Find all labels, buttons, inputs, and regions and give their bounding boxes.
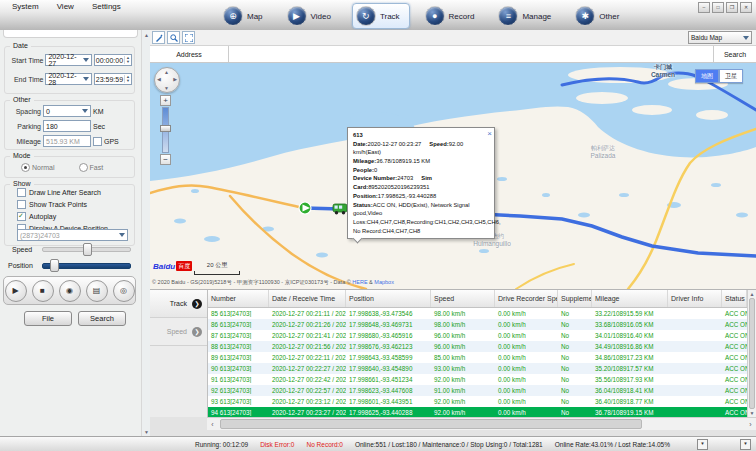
- playback-button[interactable]: ▤: [86, 280, 108, 302]
- start-time-spinner[interactable]: 00:00:00▲▼: [94, 54, 132, 66]
- toolbar-button[interactable]: ⊕ Map: [220, 4, 272, 28]
- show-option-checkbox[interactable]: Draw Line After Search: [17, 188, 134, 197]
- scrollbar-thumb[interactable]: [749, 298, 755, 409]
- menu-item[interactable]: Settings: [84, 1, 129, 12]
- scroll-left-icon[interactable]: ‹: [207, 421, 218, 428]
- pan-left-icon[interactable]: ◀: [157, 76, 161, 82]
- gps-checkbox[interactable]: [93, 137, 102, 146]
- table-vertical-scrollbar[interactable]: ▲ ▼: [747, 290, 756, 417]
- zoom-slider-thumb[interactable]: [160, 125, 171, 132]
- mode-normal-radio[interactable]: [21, 163, 30, 172]
- mode-fast-radio[interactable]: [79, 163, 88, 172]
- pan-up-icon[interactable]: ▲: [164, 69, 169, 75]
- status-item: Disk Error:0: [260, 441, 294, 448]
- playback-button[interactable]: ■: [32, 280, 54, 302]
- table-row[interactable]: 88 613[24703]2020-12-27 00:21:56 / 20217…: [208, 341, 747, 352]
- map-pan-control[interactable]: ▲ ▼ ◀ ▶: [154, 67, 180, 93]
- position-slider-thumb[interactable]: [50, 259, 59, 272]
- table-row[interactable]: 91 613[24703]2020-12-27 00:22:42 / 20217…: [208, 374, 747, 385]
- map-view[interactable]: ▲ ▼ ◀ ▶ + − 地图 卫星 卡门城Carmen 帕利萨达Palizada: [150, 63, 756, 289]
- window-control-icon[interactable]: –: [698, 2, 710, 13]
- table-row[interactable]: 87 613[24703]2020-12-27 00:21:41 / 20217…: [208, 330, 747, 341]
- table-column-header[interactable]: Position: [346, 290, 431, 307]
- table-horizontal-scrollbar[interactable]: ‹ ›: [207, 417, 756, 430]
- mode-group: Mode Normal Fast: [4, 156, 135, 178]
- zoom-in-button[interactable]: +: [160, 95, 171, 106]
- spacing-select[interactable]: 0: [43, 105, 91, 117]
- map-provider-select[interactable]: Baidu Map: [688, 31, 752, 44]
- table-column-header[interactable]: Supplement: [558, 290, 592, 307]
- popup-line: People:0: [353, 166, 489, 175]
- address-search-button[interactable]: Search: [713, 46, 756, 62]
- zoom-out-button[interactable]: −: [160, 154, 171, 165]
- end-time-spinner[interactable]: 23:59:59▲▼: [94, 73, 132, 85]
- tab-speed[interactable]: Speed ❯: [150, 318, 207, 346]
- toolbar-button[interactable]: ✱ Other: [572, 4, 628, 28]
- table-column-header[interactable]: Mileage: [592, 290, 668, 307]
- toolbar-button[interactable]: ● Record: [422, 4, 484, 28]
- spinner-arrows-icon[interactable]: ▲▼: [124, 56, 131, 64]
- table-row[interactable]: 92 613[24703]2020-12-27 00:22:57 / 20217…: [208, 385, 747, 396]
- file-button[interactable]: File: [24, 311, 72, 326]
- mileage-input[interactable]: 515.93 KM: [43, 135, 91, 147]
- full-extent-icon[interactable]: [182, 31, 195, 44]
- scroll-down-icon[interactable]: ▼: [748, 410, 756, 416]
- playback-button[interactable]: ◉: [59, 280, 81, 302]
- table-column-header[interactable]: Number: [208, 290, 269, 307]
- end-date-select[interactable]: 2020-12-28: [45, 73, 91, 85]
- map-type-map-button[interactable]: 地图: [695, 69, 719, 83]
- start-date-select[interactable]: 2020-12-27: [45, 54, 91, 66]
- search-button[interactable]: Search: [78, 311, 126, 326]
- map-type-satellite-button[interactable]: 卫星: [719, 69, 743, 83]
- speed-slider[interactable]: [42, 247, 131, 252]
- panel-toggle-icon[interactable]: ▼: [697, 439, 708, 450]
- scrollbar-thumb[interactable]: [220, 419, 642, 429]
- toolbar-button-icon: ▶: [287, 6, 307, 26]
- status-item: No Record:0: [306, 441, 343, 448]
- table-row[interactable]: 85 613[24703]2020-12-27 00:21:11 / 20217…: [208, 308, 747, 319]
- playback-button[interactable]: ▶: [5, 280, 27, 302]
- position-slider-label: Position: [8, 262, 40, 269]
- toolbar-button[interactable]: ≡ Manage: [495, 4, 560, 28]
- scroll-up-icon[interactable]: ▲: [748, 291, 756, 297]
- pan-right-icon[interactable]: ▶: [173, 76, 177, 82]
- app-window: SystemViewSettings ⊕ Map ▶ Video ↻ Track: [0, 0, 756, 451]
- window-control-icon[interactable]: □: [712, 2, 724, 13]
- popup-close-icon[interactable]: ×: [487, 128, 492, 140]
- playback-button[interactable]: ◎: [113, 280, 135, 302]
- table-row[interactable]: 90 613[24703]2020-12-27 00:22:27 / 20217…: [208, 363, 747, 374]
- table-row[interactable]: 94 613[24703]2020-12-27 00:23:27 / 20217…: [208, 407, 747, 417]
- table-row[interactable]: 86 613[24703]2020-12-27 00:21:26 / 20217…: [208, 319, 747, 330]
- table-column-header[interactable]: Drive Recorder Speed: [495, 290, 558, 307]
- zoom-icon[interactable]: [167, 31, 180, 44]
- map-zoom-control[interactable]: + −: [159, 95, 172, 165]
- position-slider[interactable]: [42, 263, 131, 269]
- end-time-label: End Time: [7, 76, 43, 83]
- table-column-header[interactable]: Speed: [431, 290, 495, 307]
- address-input[interactable]: [229, 46, 713, 62]
- toolbar-button[interactable]: ↻ Track: [352, 3, 410, 29]
- tab-track[interactable]: Track ❯: [150, 290, 207, 318]
- window-control-icon[interactable]: ❐: [726, 2, 738, 13]
- device-position-select[interactable]: (2873)24703: [17, 229, 128, 241]
- spinner-arrows-icon[interactable]: ▲▼: [124, 75, 131, 83]
- parking-input[interactable]: 180: [43, 120, 91, 132]
- pan-down-icon[interactable]: ▼: [164, 85, 169, 91]
- scroll-right-icon[interactable]: ›: [745, 421, 756, 428]
- show-option-checkbox[interactable]: Autoplay: [17, 212, 134, 221]
- toolbar-button[interactable]: ▶ Video: [284, 4, 340, 28]
- panel-toggle-icon[interactable]: ▼: [740, 439, 751, 450]
- table-column-header[interactable]: Driver Info: [668, 290, 722, 307]
- zoom-slider[interactable]: [162, 107, 169, 153]
- table-column-header[interactable]: Status: [722, 290, 747, 307]
- table-column-header[interactable]: Date / Receive Time: [269, 290, 346, 307]
- speed-slider-thumb[interactable]: [83, 243, 92, 256]
- show-option-checkbox[interactable]: Show Track Points: [17, 200, 134, 209]
- track-table: NumberDate / Receive TimePositionSpeedDr…: [208, 290, 747, 417]
- menu-item[interactable]: System: [4, 1, 47, 12]
- menu-item[interactable]: View: [49, 1, 82, 12]
- window-control-icon[interactable]: ✕: [740, 2, 752, 13]
- table-row[interactable]: 89 613[24703]2020-12-27 00:22:11 / 20217…: [208, 352, 747, 363]
- measure-icon[interactable]: [152, 31, 165, 44]
- table-row[interactable]: 93 613[24703]2020-12-27 00:23:12 / 20217…: [208, 396, 747, 407]
